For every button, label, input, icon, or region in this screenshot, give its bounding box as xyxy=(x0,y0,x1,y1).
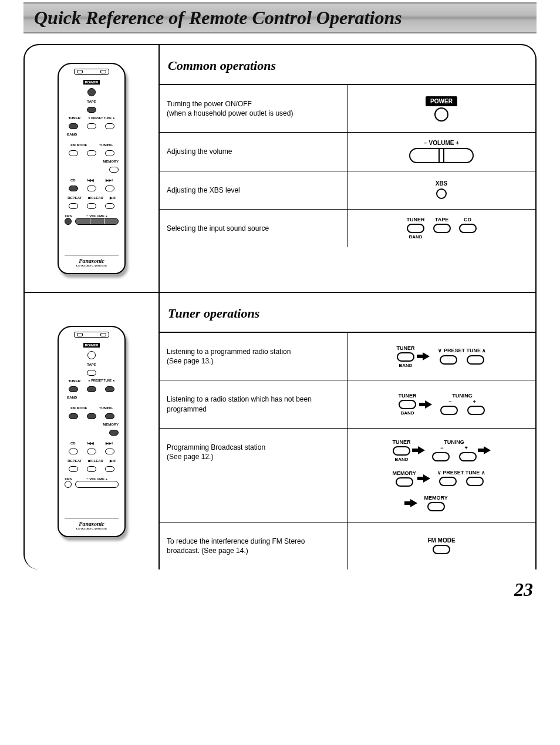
power-label-icon: POWER xyxy=(426,96,457,106)
section-heading-common: Common operations xyxy=(160,45,535,85)
remote-tuner-button xyxy=(69,123,78,129)
reference-table: POWER TAPE TUNER ∨ PRESET TUNE ∧ BAND xyxy=(23,44,537,569)
op-desc: Adjusting the volume xyxy=(160,133,348,170)
tape-button-icon xyxy=(433,224,451,233)
op-graphic-programming: TUNER BAND TUNING −+ xyxy=(348,429,535,522)
op-graphic-tuner-tuning: TUNER BAND TUNING −+ xyxy=(348,380,535,427)
remote-volume-bar xyxy=(75,218,119,225)
remote-illustration-common: POWER TAPE TUNER ∨ PRESET TUNE ∧ BAND xyxy=(25,45,160,292)
remote-brand: PanasonicCD RADIO CASSETTE xyxy=(65,255,119,267)
power-button-icon xyxy=(434,107,448,122)
op-row: Listening to a radio station which has n… xyxy=(160,380,535,428)
page-number: 23 xyxy=(23,569,537,601)
op-row: Adjusting the XBS level XBS xyxy=(160,171,535,210)
tuning-plus-icon xyxy=(467,406,485,415)
remote-power-label: POWER xyxy=(83,80,100,85)
remote-tape-button xyxy=(87,107,96,113)
memory-button-icon xyxy=(396,477,413,487)
preset-up-icon xyxy=(467,355,484,365)
arrow-right-icon xyxy=(418,446,425,454)
remote-control-diagram: POWER TAPE TUNER ∨ PRESET TUNE ∧ BAND xyxy=(58,326,126,537)
arrow-right-icon xyxy=(423,352,430,360)
op-row: Turning the power ON/OFF (when a househo… xyxy=(160,85,535,133)
page-title: Quick Reference of Remote Control Operat… xyxy=(34,7,526,29)
op-graphic-fm-mode: FM MODE xyxy=(348,522,535,569)
op-row: Adjusting the volume − VOLUME + xyxy=(160,133,535,171)
section-tuner: POWER TAPE TUNER ∨ PRESET TUNE ∧ BAND xyxy=(25,293,535,569)
op-row: Selecting the input sound source TUNER B… xyxy=(160,210,535,247)
section-heading-tuner: Tuner operations xyxy=(160,293,535,333)
tuner-button-icon xyxy=(407,224,424,233)
op-row: To reduce the interference during FM Ste… xyxy=(160,522,535,569)
op-row: Programming Broadcast station (See page … xyxy=(160,429,535,522)
remote-control-diagram: POWER TAPE TUNER ∨ PRESET TUNE ∧ BAND xyxy=(58,63,126,274)
cd-button-icon xyxy=(459,224,477,233)
remote-illustration-tuner: POWER TAPE TUNER ∨ PRESET TUNE ∧ BAND xyxy=(25,293,160,569)
tuner-button-icon xyxy=(397,352,414,362)
op-graphic-tuner-preset: TUNER BAND ∨ PRESET TUNE ∧ xyxy=(348,333,535,380)
arrow-right-icon xyxy=(423,474,430,483)
preset-down-icon xyxy=(440,355,457,365)
arrow-right-icon xyxy=(410,499,417,507)
arrow-right-icon xyxy=(484,446,491,454)
fm-mode-button-icon xyxy=(433,545,450,554)
remote-preset-down xyxy=(87,123,96,129)
section-common: POWER TAPE TUNER ∨ PRESET TUNE ∧ BAND xyxy=(25,45,535,293)
op-row: Listening to a programmed radio station … xyxy=(160,333,535,380)
tuning-minus-icon xyxy=(440,406,458,415)
op-desc: Selecting the input sound source xyxy=(160,210,348,247)
op-graphic-sources: TUNER BAND TAPE CD xyxy=(348,210,535,247)
remote-preset-up xyxy=(105,123,114,129)
xbs-button-icon xyxy=(436,188,447,199)
volume-bar-icon xyxy=(409,148,474,163)
op-desc: Turning the power ON/OFF (when a househo… xyxy=(160,85,348,132)
page-title-banner: Quick Reference of Remote Control Operat… xyxy=(23,2,537,33)
arrow-right-icon xyxy=(425,400,432,409)
op-graphic-xbs: XBS xyxy=(348,171,535,209)
op-graphic-volume: − VOLUME + xyxy=(348,133,535,170)
memory-button-icon xyxy=(427,502,445,511)
remote-power-button xyxy=(87,88,96,96)
op-desc: Adjusting the XBS level xyxy=(160,171,348,209)
op-graphic-power: POWER xyxy=(348,85,535,132)
